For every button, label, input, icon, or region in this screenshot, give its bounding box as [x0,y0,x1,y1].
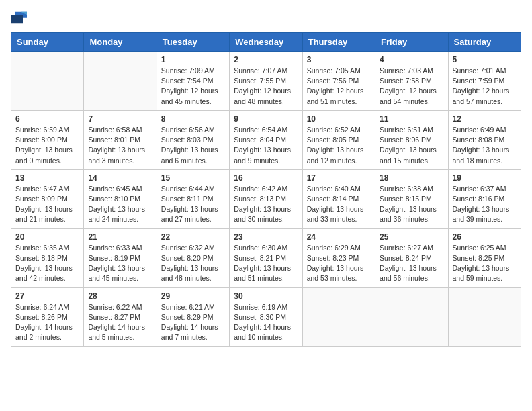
day-cell [448,287,521,347]
day-info: Sunrise: 6:58 AMSunset: 8:01 PMDaylight:… [88,125,152,166]
day-number: 25 [380,232,443,242]
day-info: Sunrise: 6:21 AMSunset: 8:29 PMDaylight:… [161,302,225,343]
day-cell: 25Sunrise: 6:27 AMSunset: 8:24 PMDayligh… [375,228,448,287]
day-cell: 19Sunrise: 6:37 AMSunset: 8:16 PMDayligh… [448,169,521,228]
day-info: Sunrise: 6:30 AMSunset: 8:21 PMDaylight:… [234,243,298,284]
day-cell: 9Sunrise: 6:54 AMSunset: 8:04 PMDaylight… [230,110,302,169]
day-info: Sunrise: 6:40 AMSunset: 8:14 PMDaylight:… [307,184,371,225]
day-number: 2 [234,55,298,64]
logo [11,11,30,24]
day-cell: 7Sunrise: 6:58 AMSunset: 8:01 PMDaylight… [84,110,157,169]
weekday-wednesday: Wednesday [230,33,302,52]
day-info: Sunrise: 6:38 AMSunset: 8:15 PMDaylight:… [380,184,443,225]
day-number: 8 [161,114,225,124]
day-cell: 1Sunrise: 7:09 AMSunset: 7:54 PMDaylight… [157,52,229,111]
day-cell [84,52,157,111]
day-info: Sunrise: 6:24 AMSunset: 8:26 PMDaylight:… [15,302,79,343]
weekday-thursday: Thursday [302,33,375,52]
day-cell: 14Sunrise: 6:45 AMSunset: 8:10 PMDayligh… [84,169,157,228]
day-cell: 15Sunrise: 6:44 AMSunset: 8:11 PMDayligh… [157,169,229,228]
day-info: Sunrise: 6:37 AMSunset: 8:16 PMDaylight:… [453,184,517,225]
day-number: 28 [88,291,152,301]
day-cell: 28Sunrise: 6:22 AMSunset: 8:27 PMDayligh… [84,287,157,347]
day-info: Sunrise: 6:52 AMSunset: 8:05 PMDaylight:… [307,125,371,166]
day-number: 22 [161,232,225,242]
day-number: 30 [234,291,298,301]
day-number: 14 [88,173,152,183]
day-info: Sunrise: 6:49 AMSunset: 8:08 PMDaylight:… [453,125,517,166]
weekday-sunday: Sunday [11,33,84,52]
day-info: Sunrise: 6:35 AMSunset: 8:18 PMDaylight:… [15,243,79,284]
day-cell: 21Sunrise: 6:33 AMSunset: 8:19 PMDayligh… [84,228,157,287]
day-info: Sunrise: 6:25 AMSunset: 8:25 PMDaylight:… [453,243,517,284]
day-number: 21 [88,232,152,242]
weekday-saturday: Saturday [448,33,521,52]
week-row-2: 6Sunrise: 6:59 AMSunset: 8:00 PMDaylight… [11,110,521,169]
day-number: 20 [15,232,79,242]
day-info: Sunrise: 7:03 AMSunset: 7:58 PMDaylight:… [380,66,443,107]
day-cell: 3Sunrise: 7:05 AMSunset: 7:56 PMDaylight… [302,52,375,111]
day-cell: 5Sunrise: 7:01 AMSunset: 7:59 PMDaylight… [448,52,521,111]
weekday-monday: Monday [84,33,157,52]
page-header [11,11,521,24]
day-cell: 20Sunrise: 6:35 AMSunset: 8:18 PMDayligh… [11,228,84,287]
calendar-table: SundayMondayTuesdayWednesdayThursdayFrid… [11,32,521,347]
logo-icon [11,11,27,24]
day-number: 27 [15,291,79,301]
day-cell: 29Sunrise: 6:21 AMSunset: 8:29 PMDayligh… [157,287,229,347]
day-number: 13 [15,173,79,183]
day-number: 26 [453,232,517,242]
week-row-1: 1Sunrise: 7:09 AMSunset: 7:54 PMDaylight… [11,52,521,111]
day-cell [375,287,448,347]
day-cell: 16Sunrise: 6:42 AMSunset: 8:13 PMDayligh… [230,169,302,228]
day-cell: 10Sunrise: 6:52 AMSunset: 8:05 PMDayligh… [302,110,375,169]
week-row-3: 13Sunrise: 6:47 AMSunset: 8:09 PMDayligh… [11,169,521,228]
day-cell: 26Sunrise: 6:25 AMSunset: 8:25 PMDayligh… [448,228,521,287]
day-number: 10 [307,114,371,124]
day-cell: 24Sunrise: 6:29 AMSunset: 8:23 PMDayligh… [302,228,375,287]
day-info: Sunrise: 6:19 AMSunset: 8:30 PMDaylight:… [234,302,298,343]
day-info: Sunrise: 7:07 AMSunset: 7:55 PMDaylight:… [234,66,298,107]
day-number: 7 [88,114,152,124]
day-cell [302,287,375,347]
day-info: Sunrise: 6:59 AMSunset: 8:00 PMDaylight:… [15,125,79,166]
day-cell: 4Sunrise: 7:03 AMSunset: 7:58 PMDaylight… [375,52,448,111]
day-info: Sunrise: 7:01 AMSunset: 7:59 PMDaylight:… [453,66,517,107]
day-info: Sunrise: 6:51 AMSunset: 8:06 PMDaylight:… [380,125,443,166]
day-info: Sunrise: 6:44 AMSunset: 8:11 PMDaylight:… [161,184,225,225]
day-info: Sunrise: 6:32 AMSunset: 8:20 PMDaylight:… [161,243,225,284]
day-number: 18 [380,173,443,183]
weekday-header-row: SundayMondayTuesdayWednesdayThursdayFrid… [11,33,521,52]
day-cell: 27Sunrise: 6:24 AMSunset: 8:26 PMDayligh… [11,287,84,347]
day-cell: 12Sunrise: 6:49 AMSunset: 8:08 PMDayligh… [448,110,521,169]
day-info: Sunrise: 6:22 AMSunset: 8:27 PMDaylight:… [88,302,152,343]
day-cell: 13Sunrise: 6:47 AMSunset: 8:09 PMDayligh… [11,169,84,228]
day-cell: 17Sunrise: 6:40 AMSunset: 8:14 PMDayligh… [302,169,375,228]
day-cell: 30Sunrise: 6:19 AMSunset: 8:30 PMDayligh… [230,287,302,347]
day-cell: 11Sunrise: 6:51 AMSunset: 8:06 PMDayligh… [375,110,448,169]
week-row-5: 27Sunrise: 6:24 AMSunset: 8:26 PMDayligh… [11,287,521,347]
day-info: Sunrise: 6:54 AMSunset: 8:04 PMDaylight:… [234,125,298,166]
day-number: 24 [307,232,371,242]
day-info: Sunrise: 6:27 AMSunset: 8:24 PMDaylight:… [380,243,443,284]
day-number: 15 [161,173,225,183]
day-info: Sunrise: 6:45 AMSunset: 8:10 PMDaylight:… [88,184,152,225]
day-cell: 18Sunrise: 6:38 AMSunset: 8:15 PMDayligh… [375,169,448,228]
day-info: Sunrise: 6:56 AMSunset: 8:03 PMDaylight:… [161,125,225,166]
day-cell: 23Sunrise: 6:30 AMSunset: 8:21 PMDayligh… [230,228,302,287]
day-info: Sunrise: 6:42 AMSunset: 8:13 PMDaylight:… [234,184,298,225]
day-number: 4 [380,55,443,64]
weekday-friday: Friday [375,33,448,52]
day-number: 1 [161,55,225,64]
day-cell: 8Sunrise: 6:56 AMSunset: 8:03 PMDaylight… [157,110,229,169]
day-number: 17 [307,173,371,183]
day-number: 3 [307,55,371,64]
day-number: 11 [380,114,443,124]
day-number: 12 [453,114,517,124]
day-info: Sunrise: 7:09 AMSunset: 7:54 PMDaylight:… [161,66,225,107]
day-number: 23 [234,232,298,242]
day-info: Sunrise: 6:47 AMSunset: 8:09 PMDaylight:… [15,184,79,225]
day-number: 19 [453,173,517,183]
weekday-tuesday: Tuesday [157,33,229,52]
day-info: Sunrise: 7:05 AMSunset: 7:56 PMDaylight:… [307,66,371,107]
